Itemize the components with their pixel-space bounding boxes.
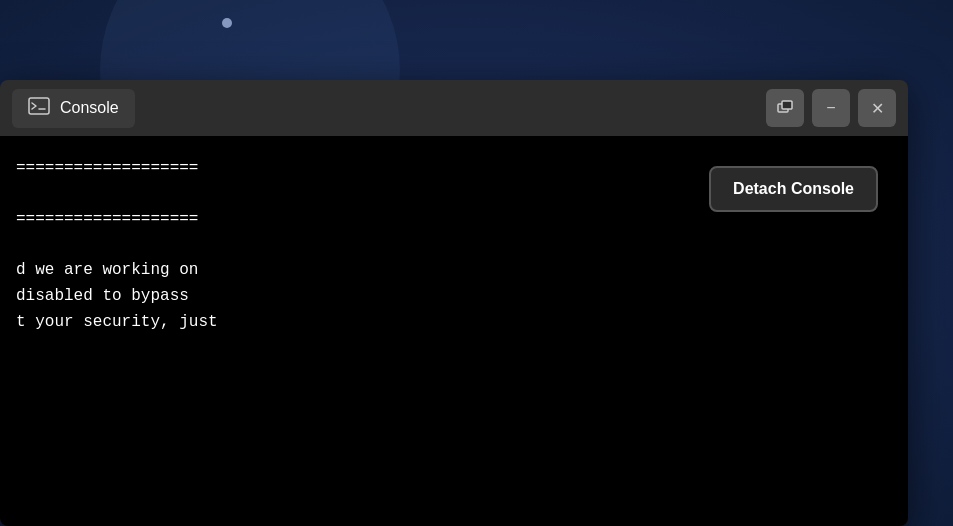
console-icon bbox=[28, 97, 50, 120]
console-window: Console − ✕ =================== ========… bbox=[0, 80, 908, 526]
top-dot-decoration bbox=[222, 18, 232, 28]
minimize-button[interactable]: − bbox=[812, 89, 850, 127]
detach-console-label: Detach Console bbox=[733, 180, 854, 197]
detach-window-icon bbox=[776, 99, 794, 117]
window-controls: − ✕ bbox=[766, 89, 896, 127]
close-button[interactable]: ✕ bbox=[858, 89, 896, 127]
detach-window-button[interactable] bbox=[766, 89, 804, 127]
minimize-icon: − bbox=[826, 99, 835, 117]
title-tab: Console bbox=[12, 89, 135, 128]
title-bar: Console − ✕ bbox=[0, 80, 908, 136]
svg-rect-0 bbox=[29, 98, 49, 114]
close-icon: ✕ bbox=[871, 99, 884, 118]
console-title: Console bbox=[60, 99, 119, 117]
console-content-area: =================== =================== … bbox=[0, 136, 908, 526]
svg-rect-3 bbox=[782, 101, 792, 109]
detach-console-button[interactable]: Detach Console bbox=[709, 166, 878, 212]
